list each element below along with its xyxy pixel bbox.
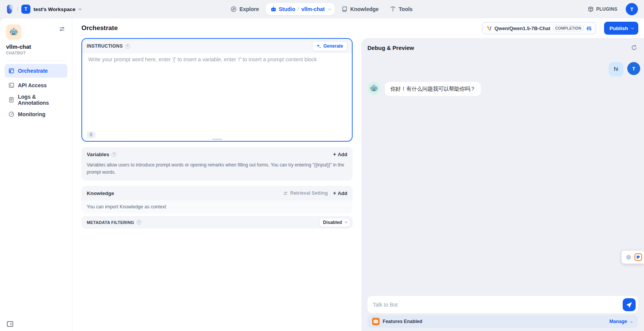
main-panel: Orchestrate Qwen/Qwen1.5-7B-Chat COMPLET… bbox=[72, 18, 644, 331]
user-chat-avatar: T bbox=[627, 62, 640, 75]
nav-explore[interactable]: Explore bbox=[226, 3, 263, 15]
collapse-sidebar-button[interactable] bbox=[7, 321, 13, 327]
workspace-avatar[interactable]: T bbox=[21, 5, 30, 14]
nav-current-app[interactable]: vllm-chat bbox=[301, 6, 324, 12]
sidebar-item-api-access[interactable]: API Access bbox=[5, 78, 67, 92]
features-bar: Features Enabled Manage → bbox=[367, 315, 638, 328]
retrieval-sliders-icon bbox=[283, 191, 288, 196]
collapse-panel-icon bbox=[7, 321, 13, 327]
generate-button[interactable]: Generate bbox=[312, 41, 347, 51]
orchestrate-icon bbox=[8, 68, 14, 74]
chevron-down-icon bbox=[631, 26, 634, 29]
nav-tools-label: Tools bbox=[399, 6, 412, 12]
terminal-icon bbox=[8, 82, 14, 88]
sidebar-item-label: Logs & Annotations bbox=[18, 94, 64, 106]
nav-studio-active[interactable]: Studio / vllm-chat bbox=[266, 3, 335, 15]
model-selector[interactable]: Qwen/Qwen1.5-7B-Chat COMPLETION bbox=[482, 22, 596, 34]
content-area: vllm-chat CHATBOT Orchestrate API Access bbox=[0, 18, 644, 331]
model-mode-badge: COMPLETION bbox=[553, 25, 584, 31]
sparkles-icon bbox=[316, 43, 321, 49]
workspace-name[interactable]: test's Workspace bbox=[33, 6, 75, 12]
arrow-right-icon: → bbox=[629, 319, 634, 324]
header-divider bbox=[600, 25, 600, 31]
chevron-down-icon bbox=[345, 221, 347, 223]
gray-dot-icon bbox=[626, 255, 631, 260]
robot-emoji-icon bbox=[370, 84, 378, 93]
restart-icon bbox=[631, 45, 637, 51]
document-icon bbox=[8, 97, 14, 103]
metadata-filtering-row: METADATA FILTERING ? Disabled bbox=[81, 216, 353, 229]
user-message-bubble: hi bbox=[609, 62, 623, 77]
help-icon[interactable]: ? bbox=[137, 220, 142, 225]
chevron-down-icon[interactable] bbox=[328, 7, 331, 10]
debug-header: Debug & Preview bbox=[361, 38, 644, 54]
plugins-label: PLUGINS bbox=[596, 6, 617, 12]
main-nav: Explore Studio / vllm-chat Knowledge bbox=[226, 3, 417, 15]
variables-title-row: Variables ? bbox=[87, 152, 116, 157]
sidebar-item-label: Monitoring bbox=[18, 111, 45, 117]
debug-preview-panel: Debug & Preview hi T bbox=[361, 38, 644, 331]
main-header: Orchestrate Qwen/Qwen1.5-7B-Chat COMPLET… bbox=[72, 18, 644, 38]
nav-knowledge-label: Knowledge bbox=[350, 6, 379, 12]
bot-chat-avatar bbox=[367, 82, 380, 95]
header-actions: Qwen/Qwen1.5-7B-Chat COMPLETION Publish bbox=[482, 22, 638, 35]
metadata-title: METADATA FILTERING bbox=[87, 220, 134, 225]
char-count: 0 bbox=[87, 131, 95, 138]
sidebar-item-label: Orchestrate bbox=[18, 68, 48, 74]
tune-icon[interactable] bbox=[586, 26, 592, 31]
chat-composer: Features Enabled Manage → bbox=[361, 296, 644, 331]
chat-input[interactable] bbox=[367, 296, 638, 313]
debug-title: Debug & Preview bbox=[367, 45, 414, 51]
instructions-title: INSTRUCTIONS bbox=[87, 43, 123, 49]
prompt-textarea[interactable] bbox=[88, 56, 346, 129]
chat-input-wrap bbox=[367, 296, 638, 313]
robot-emoji-icon bbox=[9, 27, 18, 37]
orchestrate-column: INSTRUCTIONS ? Generate bbox=[72, 38, 361, 331]
add-variable-label: Add bbox=[338, 152, 347, 157]
nav-knowledge[interactable]: Knowledge bbox=[337, 3, 383, 15]
top-bar: / T test's Workspace Explore Studio / vl… bbox=[0, 0, 644, 18]
sidebar-item-orchestrate[interactable]: Orchestrate bbox=[5, 64, 67, 78]
retrieval-setting-button[interactable]: Retrieval Setting bbox=[283, 190, 328, 196]
restart-conversation-button[interactable] bbox=[630, 44, 638, 51]
app-icon[interactable] bbox=[6, 24, 21, 40]
metadata-state-button[interactable]: Disabled bbox=[319, 218, 350, 227]
sidebar-item-monitoring[interactable]: Monitoring bbox=[5, 107, 67, 121]
send-button[interactable] bbox=[623, 298, 636, 311]
instructions-card: INSTRUCTIONS ? Generate bbox=[81, 38, 353, 142]
help-icon[interactable]: ? bbox=[125, 44, 130, 49]
manage-features-link[interactable]: Manage → bbox=[609, 319, 633, 324]
publish-button[interactable]: Publish bbox=[604, 22, 638, 35]
add-knowledge-button[interactable]: + Add bbox=[333, 190, 347, 196]
nav-tools[interactable]: Tools bbox=[385, 3, 417, 15]
sidebar-item-logs[interactable]: Logs & Annotations bbox=[5, 93, 67, 107]
workspace-switcher[interactable]: / T test's Workspace bbox=[5, 4, 131, 14]
features-robot-icon bbox=[372, 318, 380, 325]
add-variable-button[interactable]: + Add bbox=[333, 152, 347, 157]
chat-history: hi T bbox=[361, 54, 644, 296]
knowledge-header: Knowledge Retrieval Setting bbox=[81, 186, 353, 200]
variables-card: Variables ? + Add Variables allow users … bbox=[81, 147, 353, 181]
package-icon bbox=[588, 6, 594, 12]
sidebar-divider bbox=[6, 61, 66, 61]
bot-message-bubble: 你好！有什么问题我可以帮助你吗？ bbox=[385, 82, 481, 96]
plugins-button[interactable]: PLUGINS bbox=[585, 4, 620, 14]
variables-title: Variables bbox=[87, 152, 109, 157]
page-title: Orchestrate bbox=[81, 24, 118, 32]
retrieval-setting-label: Retrieval Setting bbox=[290, 190, 328, 196]
explore-compass-icon bbox=[231, 6, 237, 12]
nav-explore-label: Explore bbox=[239, 6, 259, 12]
add-knowledge-label: Add bbox=[338, 190, 347, 196]
manage-label: Manage bbox=[609, 319, 627, 324]
resize-handle[interactable] bbox=[212, 139, 222, 140]
app-settings-button[interactable] bbox=[57, 24, 67, 34]
help-icon[interactable]: ? bbox=[111, 152, 116, 157]
user-message-row: hi T bbox=[367, 62, 640, 77]
floating-widget[interactable] bbox=[622, 251, 644, 264]
metadata-state-label: Disabled bbox=[323, 220, 342, 225]
model-name: Qwen/Qwen1.5-7B-Chat bbox=[495, 26, 550, 31]
vllm-logo bbox=[486, 26, 492, 31]
user-avatar[interactable]: T bbox=[626, 3, 638, 15]
extension-icon bbox=[634, 253, 642, 261]
app-name: vllm-chat bbox=[0, 40, 72, 50]
